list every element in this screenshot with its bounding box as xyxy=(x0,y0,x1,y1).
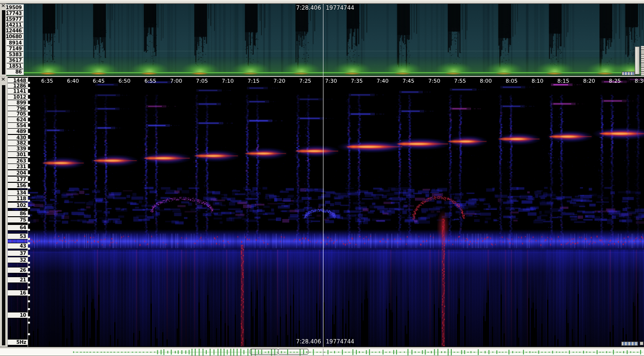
time-tick-label: 7:05 xyxy=(196,78,208,84)
overview-freq-label: 8914 xyxy=(7,40,23,45)
overview-panel: 1950917743159771421112446106808914714953… xyxy=(0,4,644,76)
freq-tick-mark xyxy=(28,207,30,209)
freq-tick-mark xyxy=(28,139,30,141)
overview-freq-label: 86 xyxy=(7,69,23,74)
main-freq-label: 75 xyxy=(8,217,28,223)
overview-zoom-ruler[interactable] xyxy=(641,46,644,75)
time-tick-label: 7:10 xyxy=(222,78,234,84)
freq-tick-mark xyxy=(28,150,30,152)
freq-tick-mark xyxy=(28,266,30,268)
time-tick-label: 6:35 xyxy=(41,78,53,84)
main-cursor-time: 7:28.406 xyxy=(296,338,321,345)
top-chrome-bar xyxy=(0,0,644,4)
overview-freq-label: 10680 xyxy=(7,34,23,40)
freq-tick-mark xyxy=(28,316,30,318)
freq-tick-mark xyxy=(28,282,30,283)
overview-close-icon[interactable]: × xyxy=(0,3,6,9)
freq-tick-mark xyxy=(28,229,30,231)
waveform-strip-canvas[interactable] xyxy=(0,349,644,356)
time-tick-label: 6:50 xyxy=(119,78,131,84)
main-freq-label: 263 xyxy=(8,158,28,164)
freq-tick-mark xyxy=(28,187,30,189)
time-tick-label: 7:50 xyxy=(428,78,440,84)
overview-freq-label: 14211 xyxy=(7,22,23,28)
freq-tick-mark xyxy=(28,110,30,112)
freq-tick-mark xyxy=(28,121,30,123)
main-pan-bar[interactable] xyxy=(621,341,638,346)
time-tick-label: 6:55 xyxy=(144,78,156,84)
overview-freq-label: 15977 xyxy=(7,16,23,22)
time-tick-label: 7:40 xyxy=(377,78,389,84)
time-tick-label: 7:15 xyxy=(247,78,260,84)
freq-tick-mark xyxy=(28,181,30,183)
main-freq-label: 134 xyxy=(8,190,28,196)
main-freq-label: 102 xyxy=(8,202,28,208)
main-freq-label: 86 xyxy=(8,210,28,217)
freq-tick-mark xyxy=(28,242,30,244)
overview-pan-bar[interactable] xyxy=(622,72,635,75)
freq-tick-mark xyxy=(28,215,30,217)
overview-freq-label: 3617 xyxy=(7,58,23,63)
freq-tick-mark xyxy=(28,99,30,101)
time-tick-label: 8:30 xyxy=(635,78,644,84)
time-tick-label: 7:35 xyxy=(351,78,363,84)
freq-tick-mark xyxy=(28,87,30,89)
cursor-line-overview xyxy=(323,4,323,76)
overview-freq-label: 5383 xyxy=(7,52,23,58)
freq-tick-mark xyxy=(28,93,30,95)
main-freq-label: 21 xyxy=(8,277,28,283)
waveform-selection-left[interactable] xyxy=(250,349,278,355)
overview-freq-label: 17743 xyxy=(7,11,23,16)
main-panel: 6:306:356:406:456:506:557:007:057:107:15… xyxy=(0,77,644,347)
freq-tick-mark xyxy=(28,238,30,240)
time-tick-label: 7:55 xyxy=(454,78,466,84)
overview-freq-label: 7149 xyxy=(7,46,23,52)
main-freq-label: 156 xyxy=(8,182,28,189)
main-freq-label: 26 xyxy=(8,267,28,273)
time-tick-label: 8:00 xyxy=(480,78,492,84)
time-tick-label: 7:25 xyxy=(299,78,311,84)
overview-frequency-scale: 1950917743159771421112446106808914714953… xyxy=(6,4,24,75)
main-pan-button[interactable] xyxy=(640,341,644,345)
main-freq-label: 301 xyxy=(8,151,28,158)
freq-tick-mark xyxy=(28,286,30,288)
waveform-selection-right[interactable] xyxy=(278,349,308,355)
time-tick-label: 8:20 xyxy=(583,78,595,84)
main-freq-label: 16 xyxy=(8,290,28,296)
freq-tick-mark xyxy=(28,271,30,273)
time-tick-label: 7:30 xyxy=(325,78,337,84)
freq-tick-mark xyxy=(28,300,30,302)
time-tick-label: 8:05 xyxy=(506,78,518,84)
freq-tick-mark xyxy=(28,248,30,250)
overview-cursor-time: 7:28.406 xyxy=(296,4,321,11)
freq-tick-mark xyxy=(28,174,30,176)
main-freq-label: 554 xyxy=(8,122,28,129)
overview-vertical-scrollbar[interactable] xyxy=(635,46,640,74)
freq-tick-mark xyxy=(28,168,30,170)
freq-tick-mark xyxy=(28,322,30,324)
freq-tick-mark xyxy=(28,294,30,296)
main-freq-label: 64 xyxy=(8,224,28,231)
main-close-icon[interactable]: × xyxy=(0,77,6,82)
freq-tick-mark xyxy=(28,255,30,257)
freq-tick-mark xyxy=(28,222,30,223)
time-tick-label: 8:15 xyxy=(557,78,569,84)
freq-tick-mark xyxy=(28,127,30,129)
main-freq-label: 37 xyxy=(8,250,28,256)
main-freq-label: 489 xyxy=(8,128,28,134)
freq-tick-mark xyxy=(28,262,30,264)
cursor-line-main xyxy=(323,77,323,347)
main-freq-label: 53 xyxy=(8,233,28,239)
overview-freq-label: 12446 xyxy=(7,28,23,34)
overview-cursor-sample: 19774744 xyxy=(326,4,354,11)
overview-freq-label: 19509 xyxy=(7,5,23,11)
cursor-line-waveform xyxy=(323,349,323,356)
time-tick-label: 7:20 xyxy=(274,78,286,84)
time-tick-label: 7:45 xyxy=(402,78,414,84)
freq-tick-mark xyxy=(28,308,30,310)
bottom-divider xyxy=(0,347,644,349)
time-tick-label: 8:25 xyxy=(609,78,621,84)
freq-tick-mark xyxy=(28,104,30,106)
main-freq-label: 118 xyxy=(8,195,28,202)
time-tick-label: 6:40 xyxy=(67,78,79,84)
